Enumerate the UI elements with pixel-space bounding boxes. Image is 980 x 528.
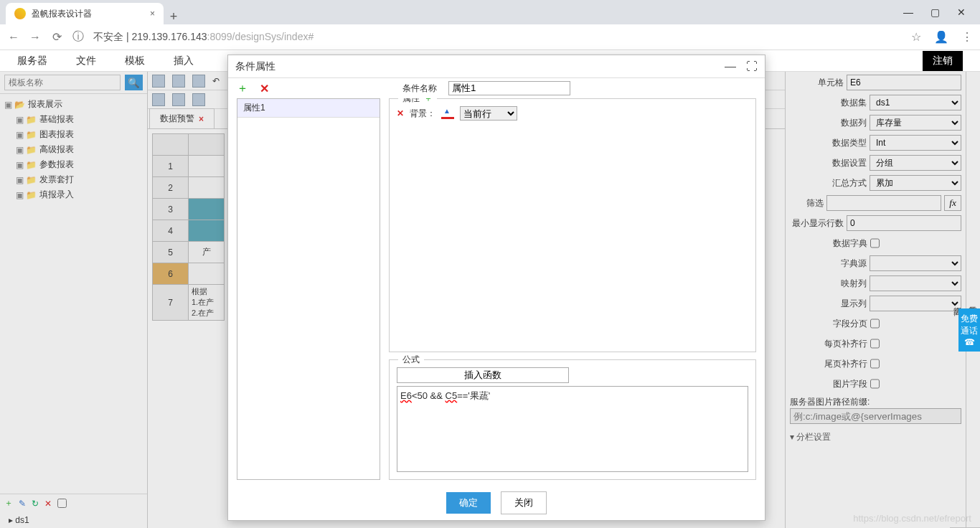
fillpage-checkbox[interactable] — [870, 336, 880, 352]
toolbar-icon[interactable] — [152, 75, 165, 88]
ok-button[interactable]: 确定 — [446, 492, 491, 514]
template-search-input[interactable] — [4, 75, 121, 90]
datatype-select[interactable]: Int — [870, 135, 961, 151]
search-button[interactable]: 🔍 — [125, 75, 143, 90]
datasource-item[interactable]: ▸ ds1 — [0, 512, 147, 528]
forward-icon[interactable]: → — [29, 31, 42, 44]
kebab-icon[interactable]: ⋮ — [961, 30, 973, 44]
free-call-badge[interactable]: 免费通话☎ — [958, 308, 980, 352]
showcol-select[interactable] — [870, 296, 961, 311]
logout-button[interactable]: 注销 — [923, 51, 963, 71]
close-window-icon[interactable]: ✕ — [957, 6, 966, 18]
info-icon[interactable]: ⓘ — [72, 29, 85, 44]
minimize-dialog-icon[interactable]: — — [725, 60, 736, 73]
template-tree: ▣📂报表展示 ▣📁基础报表 ▣📁图表报表 ▣📁高级报表 ▣📁参数报表 ▣📁发票套… — [0, 94, 147, 494]
add-condition-icon[interactable]: ＋ — [237, 81, 248, 96]
formula-input[interactable]: E6<50 && C5=='果蔬' — [397, 386, 748, 472]
dialog-title: 条件属性 — [235, 60, 275, 73]
server-img-input[interactable] — [790, 408, 961, 424]
datacol-select[interactable]: 库存量 — [870, 115, 961, 131]
tree-item[interactable]: ▣📁基础报表 — [0, 112, 147, 127]
tree-item[interactable]: ▣📁填报录入 — [0, 187, 147, 202]
vtab-advanced[interactable]: 高级 — [950, 72, 965, 528]
dict-checkbox[interactable] — [870, 235, 880, 251]
bg-label: 背景： — [410, 108, 435, 120]
tab-title: 盈帆报表设计器 — [32, 8, 92, 20]
phone-icon: ☎ — [964, 337, 975, 347]
fill-color-icon[interactable] — [441, 108, 454, 119]
browser-tab[interactable]: 盈帆报表设计器 × — [6, 3, 164, 24]
tree-item[interactable]: ▣📁发票套打 — [0, 172, 147, 187]
edit-ds-icon[interactable]: ✎ — [19, 499, 26, 509]
filter-input[interactable] — [826, 195, 941, 211]
favicon-icon — [14, 8, 26, 19]
close-button[interactable]: 关闭 — [501, 491, 547, 514]
tree-item[interactable]: ▣📁高级报表 — [0, 142, 147, 157]
imgfield-checkbox[interactable] — [870, 376, 880, 392]
doc-tab[interactable]: 数据预警× — [149, 108, 215, 128]
profile-icon[interactable]: 👤 — [934, 30, 948, 44]
filltail-checkbox[interactable] — [870, 356, 880, 372]
dictsrc-select[interactable] — [870, 255, 961, 271]
toolbar-icon[interactable] — [192, 93, 205, 106]
tree-item[interactable]: ▣📁图表报表 — [0, 127, 147, 142]
remove-bg-icon[interactable]: ✕ — [397, 108, 404, 118]
refresh-ds-icon[interactable]: ↻ — [32, 499, 39, 509]
toolbar-icon[interactable] — [152, 93, 165, 106]
address-bar[interactable]: 不安全 | 219.139.176.143:8099/designSys/ind… — [93, 31, 314, 44]
menu-template[interactable]: 模板 — [125, 55, 145, 67]
property-panel: 单元格 数据集ds1 数据列库存量 数据类型Int 数据设置分组 汇总方式累加 … — [786, 72, 966, 528]
vtab-data-cell[interactable]: 数据单元格 — [965, 72, 980, 528]
add-attr-icon[interactable]: ＋ — [424, 98, 433, 105]
new-tab-button[interactable]: + — [164, 9, 184, 24]
menu-insert[interactable]: 插入 — [174, 55, 194, 67]
delete-ds-icon[interactable]: ✕ — [44, 499, 52, 509]
undo-icon[interactable]: ↶ — [212, 76, 220, 86]
tree-item[interactable]: ▣📁参数报表 — [0, 157, 147, 172]
back-icon[interactable]: ← — [7, 31, 20, 44]
add-ds-icon[interactable]: ＋ — [4, 497, 13, 509]
attribute-list: 属性1 — [237, 98, 380, 480]
minimize-icon[interactable]: — — [903, 6, 913, 18]
toolbar-icon[interactable] — [172, 75, 185, 88]
reload-icon[interactable]: ⟳ — [50, 30, 63, 44]
tree-root[interactable]: ▣📂报表展示 — [0, 97, 147, 112]
menu-file[interactable]: 文件 — [76, 55, 96, 67]
toolbar-icon[interactable] — [172, 93, 185, 106]
bg-scope-select[interactable]: 当前行 — [460, 106, 517, 121]
delete-condition-icon[interactable]: ✕ — [260, 82, 269, 95]
mapcol-select[interactable] — [870, 275, 961, 291]
condition-name-input[interactable] — [448, 81, 570, 95]
watermark: https://blog.csdn.net/efreport — [853, 513, 971, 524]
attribute-item[interactable]: 属性1 — [237, 99, 380, 118]
cell-input[interactable] — [847, 75, 961, 90]
star-icon[interactable]: ☆ — [911, 30, 921, 44]
condition-property-dialog: 条件属性 — ⛶ ＋ ✕ 条件名称 属性1 属性＋ ✕ 背景： 当前行 — [227, 55, 765, 521]
maximize-icon[interactable]: ▢ — [930, 6, 940, 18]
minrows-input[interactable] — [847, 215, 961, 231]
page-checkbox[interactable] — [870, 316, 880, 331]
datasetting-select[interactable]: 分组 — [870, 155, 961, 171]
summary-select[interactable]: 累加 — [870, 175, 961, 191]
server-img-label: 服务器图片路径前缀: — [790, 397, 870, 407]
ds-checkbox[interactable] — [57, 499, 67, 508]
close-doc-icon[interactable]: × — [199, 114, 204, 124]
toolbar-icon[interactable] — [192, 75, 205, 88]
close-tab-icon[interactable]: × — [150, 9, 155, 19]
dataset-select[interactable]: ds1 — [870, 95, 961, 110]
menu-server[interactable]: 服务器 — [17, 55, 47, 67]
insert-function-button[interactable]: 插入函数 — [397, 367, 569, 383]
condition-name-label: 条件名称 — [402, 82, 437, 95]
maximize-dialog-icon[interactable]: ⛶ — [746, 60, 758, 73]
